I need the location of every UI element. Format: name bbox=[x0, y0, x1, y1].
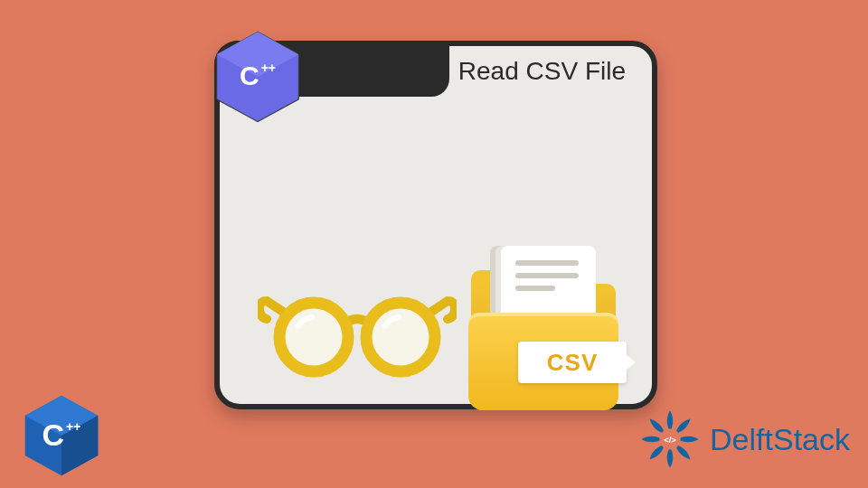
cpp-c: C bbox=[42, 418, 65, 453]
svg-point-4 bbox=[366, 303, 435, 371]
csv-banner: CSV bbox=[518, 342, 627, 383]
brand-tag: </> bbox=[664, 436, 676, 445]
cpp-corner-label: C ++ bbox=[42, 418, 81, 453]
brand-logo: </> DelftStack bbox=[637, 407, 850, 472]
glasses-icon bbox=[258, 281, 457, 380]
cpp-label: C ++ bbox=[240, 61, 276, 91]
cpp-plus: ++ bbox=[66, 422, 80, 431]
app-window: Read CSV File C ++ bbox=[214, 41, 657, 409]
doc-line bbox=[515, 260, 579, 266]
csv-label: CSV bbox=[547, 349, 598, 377]
csv-folder-icon: CSV bbox=[468, 230, 622, 410]
cpp-c: C bbox=[240, 61, 259, 91]
brand-name: DelftStack bbox=[710, 422, 850, 457]
cpp-corner-badge: C ++ bbox=[18, 392, 105, 479]
cpp-badge: C ++ bbox=[209, 28, 307, 126]
window-content: CSV bbox=[220, 123, 652, 404]
page-title: Read CSV File bbox=[458, 57, 626, 86]
cpp-plus: ++ bbox=[261, 63, 276, 72]
brand-mark-icon: </> bbox=[637, 407, 703, 472]
doc-line bbox=[515, 286, 555, 291]
doc-line bbox=[515, 273, 579, 278]
svg-point-3 bbox=[279, 303, 348, 371]
